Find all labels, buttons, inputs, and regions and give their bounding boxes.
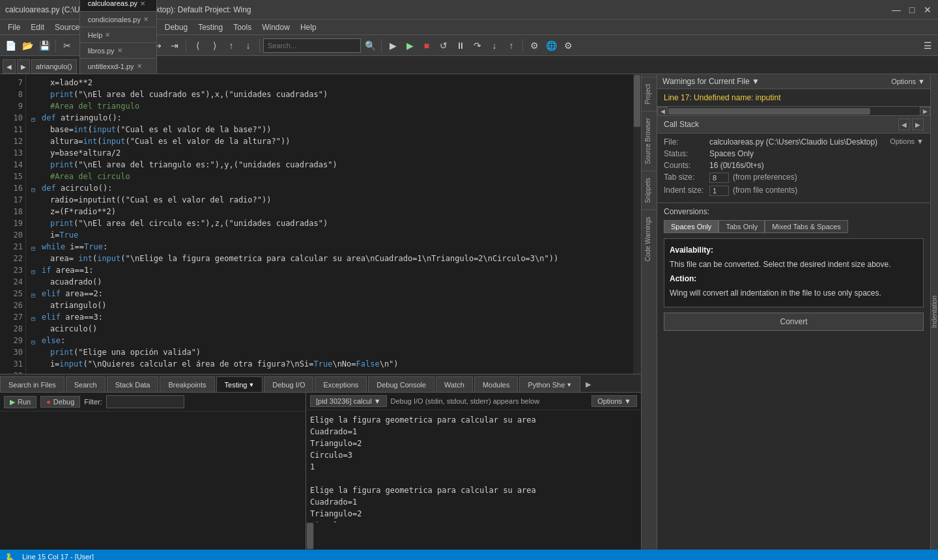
file-tab-untitlexxd-1-py[interactable]: untitlexxd-1.py✕ <box>79 58 157 74</box>
code-line-15[interactable]: #Area del circulo <box>31 171 628 182</box>
menu-item-help[interactable]: Help <box>295 21 322 33</box>
code-line-19[interactable]: print("\nEl area del circulo es:"),z,("u… <box>31 217 628 229</box>
code-line-27[interactable]: ⊟elif area==3: <box>31 311 628 323</box>
menu-item-file[interactable]: File <box>3 21 25 33</box>
source-browser-tab[interactable]: Source Browser <box>642 111 657 171</box>
file-tab-calculoareas-py[interactable]: calculoareas.py✕ <box>79 0 157 11</box>
tools-button3[interactable]: ⚙ <box>560 38 576 53</box>
status-line-col[interactable]: Line 15 Col 17 - [User] <box>22 553 94 560</box>
code-line-18[interactable]: z=(F*radio**2) <box>31 206 628 217</box>
code-line-21[interactable]: ⊟while i==True: <box>31 241 628 253</box>
menu-item-edit[interactable]: Edit <box>25 21 50 33</box>
sa-tabsize-input[interactable] <box>709 173 729 183</box>
editor-area[interactable]: 7891011121314151617181920212223242526272… <box>0 74 641 374</box>
search-execute-button[interactable]: 🔍 <box>362 38 378 53</box>
jump-left-button[interactable]: ⟨ <box>190 38 205 53</box>
tab-close-icon[interactable]: ✕ <box>137 63 142 70</box>
bottom-tab-watch[interactable]: Watch <box>436 376 473 392</box>
run-tests-button[interactable]: ▶ Run <box>4 396 36 408</box>
debug-scrollbar[interactable] <box>306 522 314 550</box>
debug-options-button[interactable]: Options ▼ <box>591 395 637 407</box>
sa-h-scrollbar[interactable] <box>668 108 920 115</box>
indent-button[interactable]: ⇥ <box>167 38 182 53</box>
tab-close-icon[interactable]: ✕ <box>143 16 149 23</box>
code-line-22[interactable]: area= int(input("\nElige la figura geome… <box>31 253 628 264</box>
filter-input[interactable] <box>106 395 184 408</box>
minimize-button[interactable]: — <box>891 5 902 15</box>
tab-close-icon[interactable]: ✕ <box>140 0 145 7</box>
convert-button[interactable]: Convert <box>664 313 924 331</box>
new-button[interactable]: 📄 <box>3 38 18 53</box>
code-line-7[interactable]: x=lado**2 <box>31 77 628 89</box>
back-button[interactable]: ◀ <box>3 59 16 74</box>
code-line-29[interactable]: ⊟else: <box>31 335 628 346</box>
debug-tests-button[interactable]: ● Debug <box>40 396 80 408</box>
code-line-9[interactable]: #Area del triangulo <box>31 100 628 112</box>
code-line-24[interactable]: acuadrado() <box>31 276 628 288</box>
open-button[interactable]: 📂 <box>20 38 35 53</box>
stop-button[interactable]: ■ <box>419 38 434 53</box>
snippets-tab[interactable]: Snippets <box>642 171 657 210</box>
code-line-28[interactable]: acirculo() <box>31 323 628 335</box>
sa-file-options[interactable]: Options ▼ <box>890 137 924 145</box>
sa-indentsize-input[interactable] <box>709 186 729 196</box>
project-tab[interactable]: Project <box>642 77 657 111</box>
code-line-23[interactable]: ⊟if area==1: <box>31 264 628 276</box>
file-tab-help[interactable]: Help✕ <box>79 27 157 42</box>
bottom-tab-testing[interactable]: Testing ▼ <box>216 376 263 392</box>
menu-item-window[interactable]: Window <box>257 21 295 33</box>
file-tab-condicionales-py[interactable]: condicionales.py✕ <box>79 11 157 27</box>
menu-item-testing[interactable]: Testing <box>193 21 228 33</box>
collapse-icon[interactable]: ⊟ <box>31 313 42 322</box>
file-tab-libros-py[interactable]: libros.py✕ <box>79 42 157 58</box>
code-content[interactable]: x=lado**2 print("\nEl area del cuadrado … <box>26 74 633 374</box>
step-into-button[interactable]: ↓ <box>487 38 502 53</box>
code-line-11[interactable]: base=int(input("Cual es el valor de la b… <box>31 124 628 135</box>
menu-item-tools[interactable]: Tools <box>228 21 257 33</box>
sa-nav-next[interactable]: ▶ <box>912 119 924 130</box>
restart-button[interactable]: ↺ <box>436 38 451 53</box>
forward-button[interactable]: ▶ <box>17 59 30 74</box>
collapse-icon[interactable]: ⊟ <box>31 184 42 193</box>
close-button[interactable]: ✕ <box>922 5 933 15</box>
bottom-tab-search[interactable]: Search <box>66 376 106 392</box>
maximize-button[interactable]: □ <box>907 5 917 15</box>
editor-scrollbar-v[interactable] <box>633 74 641 374</box>
bottom-tab-debug-console[interactable]: Debug Console <box>368 376 434 392</box>
code-line-16[interactable]: ⊟def acirculo(): <box>31 182 628 194</box>
bottom-tab-stack-data[interactable]: Stack Data <box>107 376 159 392</box>
bottom-tabs-more-button[interactable]: ▶ <box>582 376 595 392</box>
jump-down-button[interactable]: ↓ <box>240 38 256 53</box>
code-line-8[interactable]: print("\nEl area del cuadrado es"),x,("u… <box>31 89 628 100</box>
step-out-button[interactable]: ↑ <box>504 38 519 53</box>
code-line-17[interactable]: radio=inputint(("Cual es el valor del ra… <box>31 194 628 206</box>
bottom-tab-modules[interactable]: Modules <box>474 376 519 392</box>
collapse-icon[interactable]: ⊟ <box>31 290 42 299</box>
jump-right-button[interactable]: ⟩ <box>206 38 222 53</box>
tab-close-icon[interactable]: ✕ <box>105 31 110 38</box>
menu-button[interactable]: ☰ <box>920 38 935 53</box>
code-line-20[interactable]: i=True <box>31 229 628 241</box>
bottom-tab-debug-i-o[interactable]: Debug I/O <box>264 376 313 392</box>
code-line-31[interactable]: i=input("\nQuieres calcular el área de o… <box>31 358 628 370</box>
bottom-tab-breakpoints[interactable]: Breakpoints <box>160 376 214 392</box>
sa-options-button[interactable]: Options ▼ <box>891 77 925 85</box>
debug-run-button[interactable]: ▶ <box>402 38 418 53</box>
code-line-13[interactable]: y=base*altura/2 <box>31 147 628 159</box>
save-button[interactable]: 💾 <box>36 38 52 53</box>
tools-button1[interactable]: ⚙ <box>526 38 542 53</box>
code-warnings-tab[interactable]: Code Warnings <box>642 210 657 268</box>
step-over-button[interactable]: ↷ <box>470 38 485 53</box>
code-line-25[interactable]: ⊟elif area==2: <box>31 288 628 300</box>
bottom-tab-search-in-files[interactable]: Search in Files <box>0 376 64 392</box>
bottom-tab-exceptions[interactable]: Exceptions <box>315 376 367 392</box>
collapse-icon[interactable]: ⊟ <box>31 266 42 275</box>
menu-item-debug[interactable]: Debug <box>160 21 193 33</box>
code-line-32[interactable] <box>31 370 628 374</box>
sa-nav-prev[interactable]: ◀ <box>898 119 910 130</box>
jump-up-button[interactable]: ↑ <box>223 38 239 53</box>
tab-close-icon[interactable]: ✕ <box>117 47 122 54</box>
code-line-12[interactable]: altura=int(input("Cual es el valor de la… <box>31 135 628 147</box>
sa-scroll-right[interactable]: ▶ <box>920 107 930 116</box>
conv-tab-spaces-only[interactable]: Spaces Only <box>664 220 718 233</box>
